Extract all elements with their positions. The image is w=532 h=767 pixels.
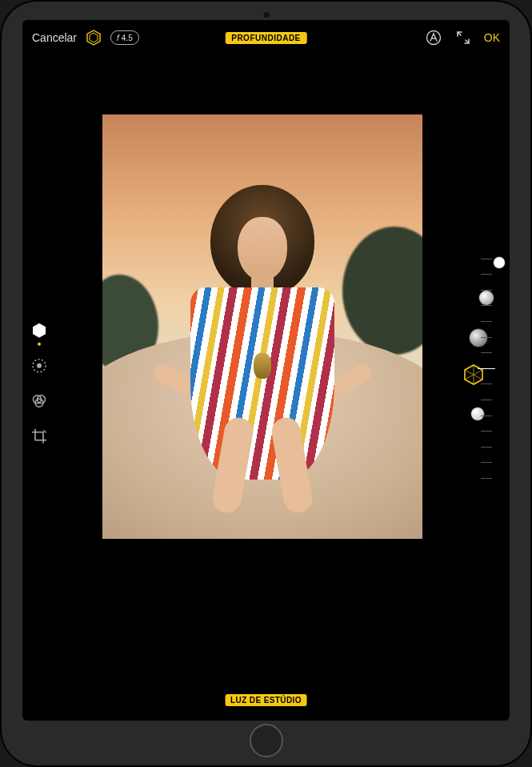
toolbar-right-group: OK (425, 29, 500, 46)
aperture-button[interactable]: f4.5 (110, 30, 139, 45)
markup-button[interactable] (425, 29, 442, 46)
svg-marker-3 (33, 323, 46, 337)
fullscreen-button[interactable] (455, 30, 471, 46)
crop-tool-button[interactable] (29, 425, 50, 446)
front-camera-dot (263, 12, 269, 18)
edit-tools-rail (29, 319, 50, 446)
filters-tool-button[interactable] (29, 390, 50, 411)
ipad-device-frame: Cancelar f4.5 PROFUNDIDADE (0, 0, 532, 767)
mode-badge: PROFUNDIDADE (225, 32, 307, 44)
portrait-badge-icon[interactable] (85, 29, 102, 46)
done-button[interactable]: OK (484, 31, 500, 44)
svg-point-5 (37, 363, 42, 367)
photo-canvas[interactable] (102, 114, 422, 539)
lighting-name-badge: LUZ DE ESTÚDIO (225, 694, 307, 706)
lighting-option[interactable] (494, 257, 505, 268)
portrait-tool-button[interactable] (29, 319, 50, 340)
cancel-button[interactable]: Cancelar (32, 31, 77, 44)
aperture-value: 4.5 (122, 34, 133, 42)
home-button[interactable] (250, 724, 283, 757)
top-toolbar: Cancelar f4.5 PROFUNDIDADE (22, 20, 510, 55)
screen: Cancelar f4.5 PROFUNDIDADE (22, 20, 510, 721)
svg-marker-1 (90, 33, 98, 42)
intensity-slider[interactable] (478, 259, 495, 483)
adjust-tool-button[interactable] (29, 355, 50, 375)
photo-subject (170, 185, 354, 489)
